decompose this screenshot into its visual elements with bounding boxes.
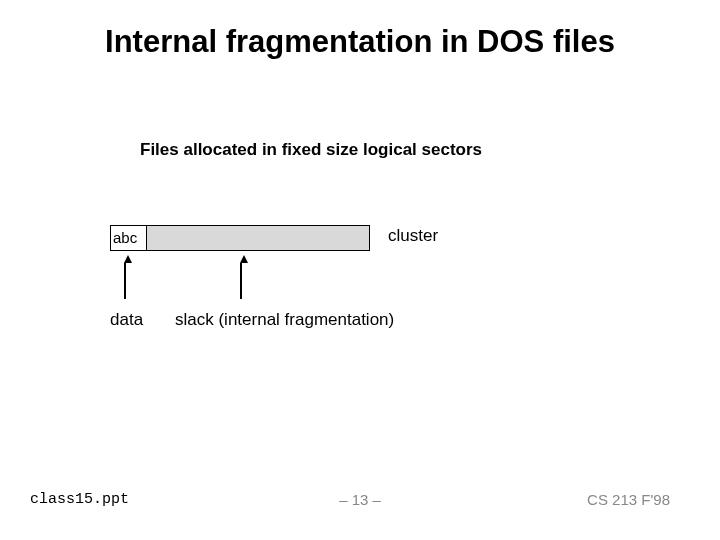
slide: Internal fragmentation in DOS files File…: [0, 0, 720, 540]
slack-label: slack (internal fragmentation): [175, 310, 394, 330]
slide-subtitle: Files allocated in fixed size logical se…: [140, 140, 482, 160]
cluster-box: abc: [110, 225, 370, 251]
data-cell: abc: [111, 226, 147, 250]
data-label: data: [110, 310, 143, 330]
footer-course: CS 213 F'98: [587, 491, 670, 508]
slide-title: Internal fragmentation in DOS files: [0, 24, 720, 60]
cluster-label: cluster: [388, 226, 438, 246]
